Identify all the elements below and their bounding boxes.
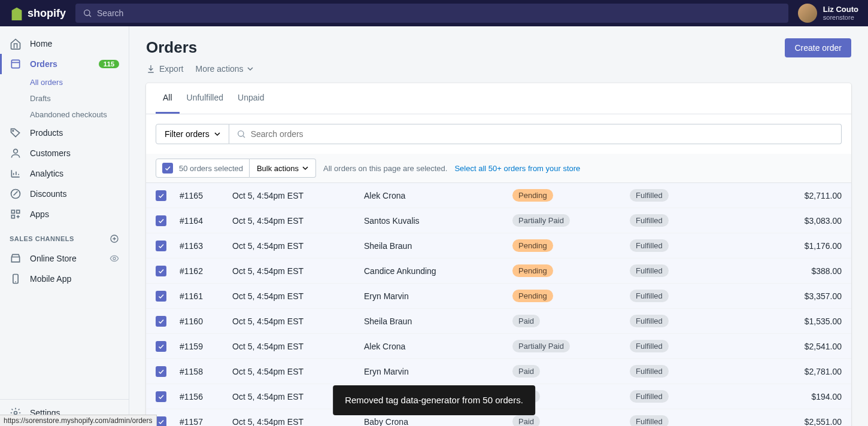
table-row[interactable]: #1162 Oct 5, 4:54pm EST Candice Ankundin… xyxy=(146,258,851,284)
add-channel-button[interactable] xyxy=(110,234,119,244)
fulfillment-badge: Fulfilled xyxy=(630,415,669,426)
order-id: #1160 xyxy=(180,317,232,326)
avatar xyxy=(798,4,817,23)
order-total: $3,357.00 xyxy=(785,291,842,301)
fulfillment-badge: Fulfilled xyxy=(630,189,669,202)
sales-channels-title: SALES CHANNELS xyxy=(10,235,74,242)
order-total: $2,551.00 xyxy=(785,417,842,427)
filter-orders-button[interactable]: Filter orders xyxy=(156,124,229,144)
nav-all-orders[interactable]: All orders xyxy=(30,74,129,90)
search-icon xyxy=(236,129,246,139)
row-checkbox[interactable] xyxy=(156,366,166,377)
chart-icon xyxy=(10,168,22,179)
logo[interactable]: shopify xyxy=(10,6,66,20)
table-row[interactable]: #1158 Oct 5, 4:54pm EST Eryn Marvin Paid… xyxy=(146,359,851,384)
order-date: Oct 5, 4:54pm EST xyxy=(232,266,364,276)
nav-orders[interactable]: Orders 115 xyxy=(0,54,129,74)
user-menu[interactable]: Liz Couto sorenstore xyxy=(798,4,858,23)
orders-icon xyxy=(10,58,22,70)
order-customer: Eryn Marvin xyxy=(364,367,512,376)
nav-customers-label: Customers xyxy=(30,148,71,158)
payment-badge: Pending xyxy=(512,290,553,302)
nav-customers[interactable]: Customers xyxy=(0,143,129,163)
nav-analytics[interactable]: Analytics xyxy=(0,163,129,184)
select-all-link[interactable]: Select all 50+ orders from your store xyxy=(454,164,580,173)
select-all-checkbox[interactable] xyxy=(162,163,173,174)
nav-discounts-label: Discounts xyxy=(30,189,66,199)
search-input[interactable] xyxy=(97,8,781,18)
nav-abandoned[interactable]: Abandoned checkouts xyxy=(30,106,129,123)
user-name: Liz Couto xyxy=(823,5,858,14)
bulk-actions-button[interactable]: Bulk actions xyxy=(250,159,316,178)
order-total: $2,711.00 xyxy=(785,191,842,200)
tab-unpaid[interactable]: Unpaid xyxy=(230,83,271,114)
global-search[interactable] xyxy=(75,4,788,23)
payment-badge: Pending xyxy=(512,189,553,202)
order-total: $1,176.00 xyxy=(785,241,842,251)
bulk-select-info[interactable]: 50 orders selected xyxy=(156,159,250,178)
order-total: $2,541.00 xyxy=(785,342,842,351)
row-checkbox[interactable] xyxy=(156,391,166,402)
table-row[interactable]: #1160 Oct 5, 4:54pm EST Sheila Braun Pai… xyxy=(146,309,851,334)
row-checkbox[interactable] xyxy=(156,316,166,327)
fulfillment-badge: Fulfilled xyxy=(630,340,669,352)
svg-point-3 xyxy=(13,130,14,132)
status-bar-url: https://sorenstore.myshopify.com/admin/o… xyxy=(0,415,157,426)
svg-point-13 xyxy=(238,131,243,136)
nav-discounts[interactable]: Discounts xyxy=(0,184,129,204)
fulfillment-badge: Fulfilled xyxy=(630,365,669,378)
table-row[interactable]: #1159 Oct 5, 4:54pm EST Alek Crona Parti… xyxy=(146,334,851,359)
table-row[interactable]: #1165 Oct 5, 4:54pm EST Alek Crona Pendi… xyxy=(146,183,851,208)
view-store-icon[interactable] xyxy=(110,254,119,263)
nav-online-store-label: Online Store xyxy=(30,254,77,263)
tab-all[interactable]: All xyxy=(156,83,180,114)
tab-unfulfilled[interactable]: Unfulfilled xyxy=(180,83,230,114)
payment-badge: Pending xyxy=(512,264,553,277)
row-checkbox[interactable] xyxy=(156,241,166,251)
payment-badge: Partially Paid xyxy=(512,340,570,352)
fulfillment-badge: Fulfilled xyxy=(630,315,669,327)
row-checkbox[interactable] xyxy=(156,215,166,226)
order-id: #1163 xyxy=(180,241,232,251)
search-orders-input[interactable] xyxy=(251,129,834,139)
fulfillment-badge: Fulfilled xyxy=(630,290,669,302)
bulk-info-text: All orders on this page are selected. xyxy=(323,164,447,173)
row-checkbox[interactable] xyxy=(156,266,166,276)
order-id: #1157 xyxy=(180,417,232,427)
order-total: $388.00 xyxy=(785,266,842,276)
order-id: #1158 xyxy=(180,367,232,376)
fulfillment-badge: Fulfilled xyxy=(630,390,669,403)
table-row[interactable]: #1163 Oct 5, 4:54pm EST Sheila Braun Pen… xyxy=(146,233,851,258)
search-orders[interactable] xyxy=(229,124,842,144)
caret-down-icon xyxy=(247,66,253,72)
order-date: Oct 5, 4:54pm EST xyxy=(232,342,364,351)
row-checkbox[interactable] xyxy=(156,416,166,427)
nav-apps[interactable]: Apps xyxy=(0,204,129,224)
payment-badge: Paid xyxy=(512,315,540,327)
export-button[interactable]: Export xyxy=(146,64,183,74)
order-customer: Sheila Braun xyxy=(364,317,512,326)
payment-badge: Paid xyxy=(512,415,540,426)
order-date: Oct 5, 4:54pm EST xyxy=(232,367,364,376)
nav-home[interactable]: Home xyxy=(0,34,129,54)
svg-point-10 xyxy=(113,257,116,260)
nav-mobile-app[interactable]: Mobile App xyxy=(0,269,129,289)
row-checkbox[interactable] xyxy=(156,291,166,302)
table-row[interactable]: #1164 Oct 5, 4:54pm EST Santos Kuvalis P… xyxy=(146,208,851,233)
discount-icon xyxy=(10,188,22,200)
row-checkbox[interactable] xyxy=(156,341,166,352)
svg-line-14 xyxy=(243,136,245,138)
user-store: sorenstore xyxy=(823,14,858,22)
row-checkbox[interactable] xyxy=(156,190,166,201)
table-row[interactable]: #1161 Oct 5, 4:54pm EST Eryn Marvin Pend… xyxy=(146,284,851,309)
nav-drafts[interactable]: Drafts xyxy=(30,90,129,106)
order-date: Oct 5, 4:54pm EST xyxy=(232,417,364,427)
tabs: All Unfulfilled Unpaid xyxy=(146,83,851,114)
nav-orders-label: Orders xyxy=(30,59,57,69)
more-actions-button[interactable]: More actions xyxy=(195,64,253,74)
create-order-button[interactable]: Create order xyxy=(785,38,851,57)
svg-point-0 xyxy=(84,10,90,16)
nav-products[interactable]: Products xyxy=(0,123,129,143)
nav-online-store[interactable]: Online Store xyxy=(0,248,129,269)
order-customer: Alek Crona xyxy=(364,342,512,351)
